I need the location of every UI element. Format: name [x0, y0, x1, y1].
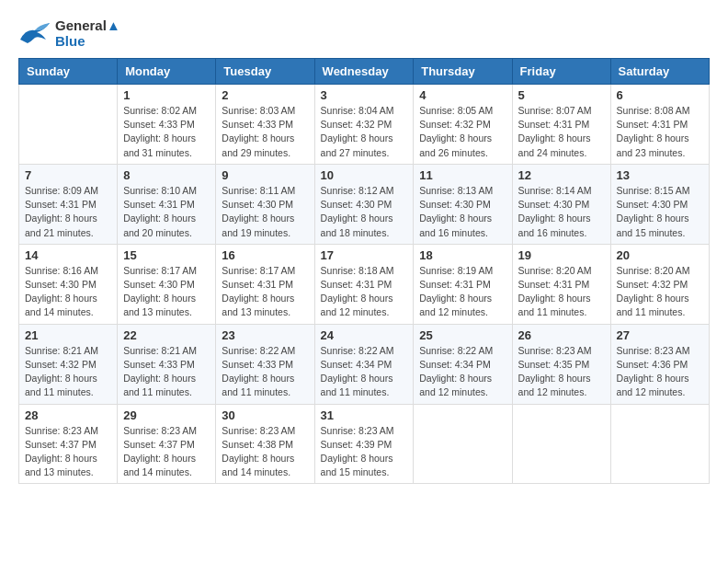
day-number: 23: [222, 328, 308, 342]
day-info: Sunrise: 8:18 AMSunset: 4:31 PMDaylight:…: [321, 264, 408, 320]
day-info: Sunrise: 8:19 AMSunset: 4:31 PMDaylight:…: [419, 264, 506, 320]
day-info: Sunrise: 8:15 AMSunset: 4:30 PMDaylight:…: [617, 184, 703, 240]
calendar-cell: 25Sunrise: 8:22 AMSunset: 4:34 PMDayligh…: [414, 324, 512, 404]
day-info: Sunrise: 8:02 AMSunset: 4:33 PMDaylight:…: [123, 104, 210, 160]
day-number: 10: [321, 168, 408, 182]
day-of-week-header: Wednesday: [314, 59, 414, 85]
calendar-week-row: 1Sunrise: 8:02 AMSunset: 4:33 PMDaylight…: [19, 85, 710, 165]
day-info: Sunrise: 8:13 AMSunset: 4:30 PMDaylight:…: [419, 184, 506, 240]
day-info: Sunrise: 8:05 AMSunset: 4:32 PMDaylight:…: [419, 104, 506, 160]
day-number: 16: [222, 248, 308, 262]
calendar-cell: 21Sunrise: 8:21 AMSunset: 4:32 PMDayligh…: [19, 324, 118, 404]
day-info: Sunrise: 8:21 AMSunset: 4:33 PMDaylight:…: [123, 344, 210, 400]
calendar-cell: 30Sunrise: 8:23 AMSunset: 4:38 PMDayligh…: [216, 404, 314, 484]
calendar-cell: 1Sunrise: 8:02 AMSunset: 4:33 PMDaylight…: [118, 85, 216, 165]
day-info: Sunrise: 8:21 AMSunset: 4:32 PMDaylight:…: [25, 344, 111, 400]
day-number: 30: [222, 408, 308, 422]
calendar-week-row: 14Sunrise: 8:16 AMSunset: 4:30 PMDayligh…: [19, 244, 710, 324]
calendar-cell: 13Sunrise: 8:15 AMSunset: 4:30 PMDayligh…: [610, 164, 709, 244]
day-info: Sunrise: 8:08 AMSunset: 4:31 PMDaylight:…: [617, 104, 703, 160]
day-number: 22: [123, 328, 210, 342]
calendar-cell: 19Sunrise: 8:20 AMSunset: 4:31 PMDayligh…: [512, 244, 610, 324]
calendar-cell: 27Sunrise: 8:23 AMSunset: 4:36 PMDayligh…: [610, 324, 709, 404]
calendar-cell: 18Sunrise: 8:19 AMSunset: 4:31 PMDayligh…: [414, 244, 512, 324]
day-number: 11: [419, 168, 506, 182]
calendar-cell: 8Sunrise: 8:10 AMSunset: 4:31 PMDaylight…: [118, 164, 216, 244]
day-of-week-header: Tuesday: [216, 59, 314, 85]
calendar-cell: [512, 404, 610, 484]
day-info: Sunrise: 8:16 AMSunset: 4:30 PMDaylight:…: [25, 264, 111, 320]
day-number: 24: [321, 328, 408, 342]
day-info: Sunrise: 8:23 AMSunset: 4:35 PMDaylight:…: [518, 344, 605, 400]
calendar-cell: 22Sunrise: 8:21 AMSunset: 4:33 PMDayligh…: [118, 324, 216, 404]
calendar-cell: 24Sunrise: 8:22 AMSunset: 4:34 PMDayligh…: [314, 324, 414, 404]
day-info: Sunrise: 8:20 AMSunset: 4:32 PMDaylight:…: [617, 264, 703, 320]
calendar-header-row: SundayMondayTuesdayWednesdayThursdayFrid…: [19, 59, 710, 85]
calendar-week-row: 21Sunrise: 8:21 AMSunset: 4:32 PMDayligh…: [19, 324, 710, 404]
calendar-cell: 16Sunrise: 8:17 AMSunset: 4:31 PMDayligh…: [216, 244, 314, 324]
calendar-cell: 6Sunrise: 8:08 AMSunset: 4:31 PMDaylight…: [610, 85, 709, 165]
calendar-cell: 7Sunrise: 8:09 AMSunset: 4:31 PMDaylight…: [19, 164, 118, 244]
day-number: 26: [518, 328, 605, 342]
logo-icon: [18, 21, 51, 47]
day-info: Sunrise: 8:20 AMSunset: 4:31 PMDaylight:…: [518, 264, 605, 320]
calendar-cell: 3Sunrise: 8:04 AMSunset: 4:32 PMDaylight…: [314, 85, 414, 165]
day-number: 28: [25, 408, 111, 422]
calendar-cell: 14Sunrise: 8:16 AMSunset: 4:30 PMDayligh…: [19, 244, 118, 324]
day-number: 9: [222, 168, 308, 182]
day-number: 18: [419, 248, 506, 262]
day-info: Sunrise: 8:12 AMSunset: 4:30 PMDaylight:…: [321, 184, 408, 240]
calendar-cell: 31Sunrise: 8:23 AMSunset: 4:39 PMDayligh…: [314, 404, 414, 484]
day-info: Sunrise: 8:22 AMSunset: 4:34 PMDaylight:…: [419, 344, 506, 400]
day-info: Sunrise: 8:23 AMSunset: 4:37 PMDaylight:…: [25, 424, 111, 480]
calendar-cell: [19, 85, 118, 165]
calendar-cell: 2Sunrise: 8:03 AMSunset: 4:33 PMDaylight…: [216, 85, 314, 165]
calendar-cell: 12Sunrise: 8:14 AMSunset: 4:30 PMDayligh…: [512, 164, 610, 244]
day-info: Sunrise: 8:14 AMSunset: 4:30 PMDaylight:…: [518, 184, 605, 240]
day-of-week-header: Saturday: [610, 59, 709, 85]
calendar-cell: 11Sunrise: 8:13 AMSunset: 4:30 PMDayligh…: [414, 164, 512, 244]
day-number: 5: [518, 88, 605, 102]
calendar-cell: [414, 404, 512, 484]
calendar-cell: 26Sunrise: 8:23 AMSunset: 4:35 PMDayligh…: [512, 324, 610, 404]
day-info: Sunrise: 8:03 AMSunset: 4:33 PMDaylight:…: [222, 104, 308, 160]
day-number: 31: [321, 408, 408, 422]
day-number: 17: [321, 248, 408, 262]
day-number: 3: [321, 88, 408, 102]
logo-text: General▲ Blue: [55, 18, 120, 49]
day-number: 8: [123, 168, 210, 182]
day-number: 15: [123, 248, 210, 262]
day-info: Sunrise: 8:07 AMSunset: 4:31 PMDaylight:…: [518, 104, 605, 160]
day-info: Sunrise: 8:17 AMSunset: 4:30 PMDaylight:…: [123, 264, 210, 320]
day-info: Sunrise: 8:23 AMSunset: 4:38 PMDaylight:…: [222, 424, 308, 480]
day-number: 29: [123, 408, 210, 422]
calendar-cell: 23Sunrise: 8:22 AMSunset: 4:33 PMDayligh…: [216, 324, 314, 404]
calendar-cell: 20Sunrise: 8:20 AMSunset: 4:32 PMDayligh…: [610, 244, 709, 324]
day-of-week-header: Thursday: [414, 59, 512, 85]
logo: General▲ Blue: [18, 18, 120, 49]
day-number: 13: [617, 168, 703, 182]
calendar-cell: 5Sunrise: 8:07 AMSunset: 4:31 PMDaylight…: [512, 85, 610, 165]
day-info: Sunrise: 8:23 AMSunset: 4:37 PMDaylight:…: [123, 424, 210, 480]
page-header: General▲ Blue: [18, 18, 710, 49]
calendar-week-row: 7Sunrise: 8:09 AMSunset: 4:31 PMDaylight…: [19, 164, 710, 244]
day-info: Sunrise: 8:10 AMSunset: 4:31 PMDaylight:…: [123, 184, 210, 240]
day-number: 7: [25, 168, 111, 182]
calendar-cell: 17Sunrise: 8:18 AMSunset: 4:31 PMDayligh…: [314, 244, 414, 324]
day-number: 19: [518, 248, 605, 262]
calendar-week-row: 28Sunrise: 8:23 AMSunset: 4:37 PMDayligh…: [19, 404, 710, 484]
day-number: 2: [222, 88, 308, 102]
day-of-week-header: Sunday: [19, 59, 118, 85]
calendar-cell: 4Sunrise: 8:05 AMSunset: 4:32 PMDaylight…: [414, 85, 512, 165]
day-of-week-header: Friday: [512, 59, 610, 85]
day-number: 12: [518, 168, 605, 182]
calendar-body: 1Sunrise: 8:02 AMSunset: 4:33 PMDaylight…: [19, 85, 710, 484]
calendar-cell: 15Sunrise: 8:17 AMSunset: 4:30 PMDayligh…: [118, 244, 216, 324]
day-info: Sunrise: 8:11 AMSunset: 4:30 PMDaylight:…: [222, 184, 308, 240]
day-number: 20: [617, 248, 703, 262]
calendar-table: SundayMondayTuesdayWednesdayThursdayFrid…: [18, 58, 710, 484]
day-info: Sunrise: 8:22 AMSunset: 4:34 PMDaylight:…: [321, 344, 408, 400]
day-number: 25: [419, 328, 506, 342]
day-info: Sunrise: 8:17 AMSunset: 4:31 PMDaylight:…: [222, 264, 308, 320]
day-number: 27: [617, 328, 703, 342]
